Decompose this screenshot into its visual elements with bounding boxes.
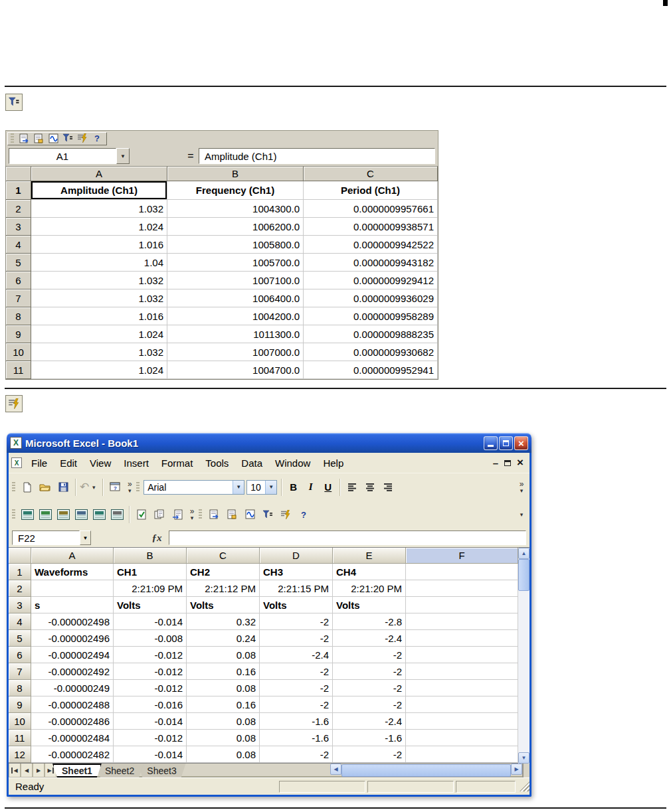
waveform-button[interactable] (242, 507, 258, 523)
scroll-right-button[interactable]: ▶ (511, 764, 522, 775)
name-box[interactable]: F22 (12, 530, 80, 545)
row-header[interactable]: 9 (9, 696, 31, 713)
row-header[interactable]: 9 (6, 325, 31, 343)
column-header-d[interactable]: D (260, 548, 333, 564)
align-left-button[interactable] (344, 479, 360, 495)
first-sheet-button[interactable]: ◀ (9, 764, 21, 777)
cell[interactable]: -1.6 (260, 730, 333, 746)
cell[interactable]: 1004700.0 (167, 361, 304, 379)
autofilter-button[interactable] (61, 133, 74, 145)
cell[interactable]: 0.0000009952941 (304, 361, 438, 379)
workbook-minimize-button[interactable]: – (493, 457, 498, 469)
font-size-combo[interactable]: 10 ▼ (246, 480, 277, 495)
cell[interactable]: -0.000002486 (31, 713, 114, 730)
close-button[interactable]: × (514, 436, 528, 450)
cell[interactable]: 0.0000009929412 (304, 272, 438, 289)
horizontal-scroll-thumb[interactable] (341, 764, 511, 777)
cell[interactable]: Waveforms (31, 564, 114, 580)
row-header[interactable]: 7 (6, 289, 31, 307)
cell[interactable]: -0.000002494 (31, 647, 114, 663)
align-right-button[interactable] (380, 479, 396, 495)
cell[interactable]: Amplitude (Ch1) (31, 181, 167, 200)
menu-file[interactable]: File (25, 455, 53, 471)
cell[interactable]: -0.012 (114, 680, 187, 696)
cell[interactable]: 0.16 (187, 696, 260, 713)
menu-tools[interactable]: Tools (199, 455, 235, 471)
vertical-scroll-thumb[interactable] (518, 559, 529, 591)
menu-format[interactable]: Format (155, 455, 199, 471)
row-header[interactable]: 12 (9, 746, 31, 763)
next-sheet-button[interactable]: ▶ (33, 764, 45, 777)
cell[interactable]: CH4 (333, 564, 406, 580)
menu-edit[interactable]: Edit (54, 455, 83, 471)
row-header[interactable]: 1 (6, 181, 31, 200)
row-header[interactable]: 6 (6, 272, 31, 289)
tab-split-handle[interactable] (522, 764, 529, 777)
cell[interactable]: 1007000.0 (167, 343, 304, 361)
import-sheet-button[interactable] (169, 507, 185, 523)
cell[interactable]: -2 (333, 746, 406, 763)
menu-data[interactable]: Data (235, 455, 268, 471)
workbook-restore-button[interactable] (504, 460, 511, 466)
formula-input[interactable]: Amplitude (Ch1) (199, 148, 435, 164)
cell[interactable]: CH2 (187, 564, 260, 580)
cell[interactable] (406, 746, 518, 763)
name-box[interactable]: A1 (9, 148, 116, 164)
cell[interactable]: 1006400.0 (167, 289, 304, 307)
column-header-f[interactable]: F (406, 548, 518, 564)
cell[interactable]: 1.032 (31, 200, 167, 218)
scroll-down-button[interactable]: ▼ (518, 752, 529, 764)
row-header[interactable]: 5 (6, 254, 31, 272)
menu-help[interactable]: Help (317, 455, 349, 471)
waveform-button[interactable] (47, 133, 60, 145)
row-header[interactable]: 4 (6, 236, 31, 254)
row-header[interactable]: 6 (9, 647, 31, 663)
bold-button[interactable]: B (286, 480, 301, 495)
cell[interactable]: -0.012 (114, 663, 187, 680)
toolbar-overflow-button[interactable]: »▾ (187, 508, 197, 521)
addin-button-3[interactable] (55, 507, 71, 523)
cell[interactable] (406, 713, 518, 730)
cell[interactable]: 0.0000009938571 (304, 218, 438, 236)
cell[interactable]: 1.016 (31, 307, 167, 325)
cell[interactable]: 0.0000009930682 (304, 343, 438, 361)
resize-grip[interactable] (520, 781, 529, 791)
cell[interactable]: -0.000002482 (31, 746, 114, 763)
cell[interactable]: -0.008 (114, 630, 187, 647)
cell[interactable]: 0.16 (187, 663, 260, 680)
autofilter-button[interactable] (5, 94, 23, 111)
row-header[interactable]: 1 (9, 564, 31, 580)
cell[interactable]: -2 (260, 680, 333, 696)
row-header[interactable]: 10 (9, 713, 31, 730)
duplicate-sheet-button[interactable] (151, 507, 167, 523)
row-header[interactable]: 8 (9, 680, 31, 696)
undo-button[interactable]: ↶ ▾ (80, 479, 98, 495)
cell[interactable]: -1.6 (260, 713, 333, 730)
cell[interactable]: 2:21:09 PM (114, 580, 187, 597)
cell[interactable]: 1006200.0 (167, 218, 304, 236)
cell[interactable]: -2.8 (333, 613, 406, 630)
cell[interactable]: 0.0000009888235 (304, 325, 438, 343)
addin-button-1[interactable] (19, 507, 35, 523)
cell[interactable] (406, 580, 518, 597)
column-header-c[interactable]: C (187, 548, 260, 564)
addin-button-5[interactable] (91, 507, 107, 523)
undo-dropdown[interactable]: ▾ (89, 484, 98, 491)
cell[interactable]: -2.4 (333, 630, 406, 647)
log-button[interactable] (278, 507, 294, 523)
cell[interactable]: -2 (333, 696, 406, 713)
cell[interactable] (406, 696, 518, 713)
cell[interactable]: -2.4 (260, 647, 333, 663)
cell[interactable]: -0.000002496 (31, 630, 114, 647)
menu-window[interactable]: Window (269, 455, 316, 471)
tab-sheet3[interactable]: Sheet3 (138, 764, 185, 777)
previous-sheet-button[interactable]: ◀ (21, 764, 33, 777)
cell[interactable] (406, 613, 518, 630)
cell[interactable]: -0.000002498 (31, 613, 114, 630)
cell[interactable]: 1004300.0 (167, 200, 304, 218)
import-button[interactable] (17, 133, 31, 145)
italic-button[interactable]: I (303, 480, 318, 495)
cell[interactable]: -2 (260, 746, 333, 763)
font-name-combo[interactable]: Arial ▼ (144, 480, 244, 495)
cell[interactable]: -2 (260, 696, 333, 713)
